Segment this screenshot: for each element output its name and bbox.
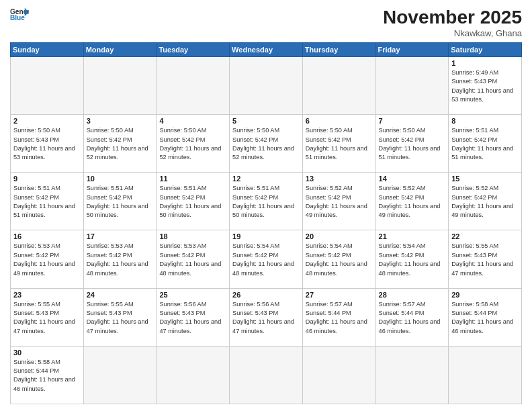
cell-info: Sunrise: 5:54 AM Sunset: 5:42 PM Dayligh…: [306, 242, 373, 277]
calendar-cell: [83, 57, 157, 115]
calendar-cell: [375, 57, 449, 115]
calendar-cell: [11, 57, 84, 115]
cell-info: Sunrise: 5:51 AM Sunset: 5:42 PM Dayligh…: [159, 184, 226, 220]
day-number: 1: [451, 59, 519, 67]
header-row: Sunday Monday Tuesday Wednesday Thursday…: [11, 43, 522, 57]
calendar-header: Sunday Monday Tuesday Wednesday Thursday…: [11, 43, 522, 57]
cell-info: Sunrise: 5:54 AM Sunset: 5:42 PM Dayligh…: [379, 242, 446, 277]
day-number: 12: [232, 175, 300, 183]
day-number: 2: [13, 117, 81, 125]
logo: General Blue: [10, 7, 29, 21]
calendar-cell: 13Sunrise: 5:52 AM Sunset: 5:42 PM Dayli…: [302, 173, 375, 230]
day-number: 4: [159, 117, 226, 125]
calendar-cell: 28Sunrise: 5:57 AM Sunset: 5:44 PM Dayli…: [375, 288, 449, 346]
calendar-cell: 2Sunrise: 5:50 AM Sunset: 5:43 PM Daylig…: [11, 115, 84, 173]
col-friday: Friday: [375, 43, 449, 57]
calendar-cell: 29Sunrise: 5:58 AM Sunset: 5:44 PM Dayli…: [449, 288, 522, 346]
calendar-week-2: 2Sunrise: 5:50 AM Sunset: 5:43 PM Daylig…: [11, 115, 522, 173]
calendar-cell: [230, 346, 303, 404]
calendar-week-3: 9Sunrise: 5:51 AM Sunset: 5:42 PM Daylig…: [11, 173, 522, 230]
day-number: 15: [451, 175, 519, 183]
cell-info: Sunrise: 5:51 AM Sunset: 5:42 PM Dayligh…: [87, 184, 154, 220]
cell-info: Sunrise: 5:53 AM Sunset: 5:42 PM Dayligh…: [87, 242, 154, 277]
calendar-cell: [230, 57, 303, 115]
day-number: 11: [159, 175, 226, 183]
day-number: 28: [379, 291, 446, 299]
calendar-cell: 17Sunrise: 5:53 AM Sunset: 5:42 PM Dayli…: [83, 230, 157, 288]
calendar-cell: 6Sunrise: 5:50 AM Sunset: 5:42 PM Daylig…: [302, 115, 375, 173]
day-number: 7: [379, 117, 446, 125]
calendar-cell: 4Sunrise: 5:50 AM Sunset: 5:42 PM Daylig…: [157, 115, 230, 173]
calendar-cell: 24Sunrise: 5:55 AM Sunset: 5:43 PM Dayli…: [83, 288, 157, 346]
calendar-cell: 20Sunrise: 5:54 AM Sunset: 5:42 PM Dayli…: [302, 230, 375, 288]
day-number: 9: [13, 175, 81, 183]
calendar-cell: 8Sunrise: 5:51 AM Sunset: 5:42 PM Daylig…: [449, 115, 522, 173]
calendar-cell: 22Sunrise: 5:55 AM Sunset: 5:43 PM Dayli…: [449, 230, 522, 288]
cell-info: Sunrise: 5:50 AM Sunset: 5:42 PM Dayligh…: [306, 126, 373, 162]
calendar-cell: 15Sunrise: 5:52 AM Sunset: 5:42 PM Dayli…: [449, 173, 522, 230]
cell-info: Sunrise: 5:50 AM Sunset: 5:42 PM Dayligh…: [379, 126, 446, 162]
day-number: 13: [306, 175, 373, 183]
cell-info: Sunrise: 5:58 AM Sunset: 5:44 PM Dayligh…: [451, 300, 519, 336]
calendar-cell: 9Sunrise: 5:51 AM Sunset: 5:42 PM Daylig…: [11, 173, 84, 230]
calendar-cell: 12Sunrise: 5:51 AM Sunset: 5:42 PM Dayli…: [230, 173, 303, 230]
calendar-cell: [449, 346, 522, 404]
day-number: 26: [232, 291, 300, 299]
day-number: 19: [232, 232, 300, 240]
calendar-cell: 26Sunrise: 5:56 AM Sunset: 5:43 PM Dayli…: [230, 288, 303, 346]
day-number: 6: [306, 117, 373, 125]
calendar-cell: 18Sunrise: 5:53 AM Sunset: 5:42 PM Dayli…: [157, 230, 230, 288]
calendar-week-5: 23Sunrise: 5:55 AM Sunset: 5:43 PM Dayli…: [11, 288, 522, 346]
col-monday: Monday: [83, 43, 157, 57]
cell-info: Sunrise: 5:57 AM Sunset: 5:44 PM Dayligh…: [379, 300, 446, 336]
calendar-cell: 19Sunrise: 5:54 AM Sunset: 5:42 PM Dayli…: [230, 230, 303, 288]
cell-info: Sunrise: 5:51 AM Sunset: 5:42 PM Dayligh…: [451, 126, 519, 162]
cell-info: Sunrise: 5:56 AM Sunset: 5:43 PM Dayligh…: [159, 300, 226, 336]
cell-info: Sunrise: 5:52 AM Sunset: 5:42 PM Dayligh…: [379, 184, 446, 220]
col-saturday: Saturday: [449, 43, 522, 57]
cell-info: Sunrise: 5:51 AM Sunset: 5:42 PM Dayligh…: [13, 184, 81, 220]
calendar-cell: [375, 346, 449, 404]
cell-info: Sunrise: 5:52 AM Sunset: 5:42 PM Dayligh…: [451, 184, 519, 220]
day-number: 17: [87, 232, 154, 240]
day-number: 20: [306, 232, 373, 240]
calendar-cell: [302, 57, 375, 115]
title-block: November 2025 Nkawkaw, Ghana: [383, 7, 522, 38]
cell-info: Sunrise: 5:49 AM Sunset: 5:43 PM Dayligh…: [451, 68, 519, 104]
calendar-table: Sunday Monday Tuesday Wednesday Thursday…: [10, 42, 522, 404]
cell-info: Sunrise: 5:52 AM Sunset: 5:42 PM Dayligh…: [306, 184, 373, 220]
calendar-cell: 23Sunrise: 5:55 AM Sunset: 5:43 PM Dayli…: [11, 288, 84, 346]
day-number: 29: [451, 291, 519, 299]
col-tuesday: Tuesday: [157, 43, 230, 57]
col-wednesday: Wednesday: [230, 43, 303, 57]
day-number: 24: [87, 291, 154, 299]
day-number: 3: [87, 117, 154, 125]
cell-info: Sunrise: 5:55 AM Sunset: 5:43 PM Dayligh…: [87, 300, 154, 336]
day-number: 5: [232, 117, 300, 125]
calendar-week-1: 1Sunrise: 5:49 AM Sunset: 5:43 PM Daylig…: [11, 57, 522, 115]
cell-info: Sunrise: 5:58 AM Sunset: 5:44 PM Dayligh…: [13, 358, 81, 394]
calendar-cell: 21Sunrise: 5:54 AM Sunset: 5:42 PM Dayli…: [375, 230, 449, 288]
cell-info: Sunrise: 5:55 AM Sunset: 5:43 PM Dayligh…: [13, 300, 81, 336]
cell-info: Sunrise: 5:57 AM Sunset: 5:44 PM Dayligh…: [306, 300, 373, 336]
col-sunday: Sunday: [11, 43, 84, 57]
cell-info: Sunrise: 5:50 AM Sunset: 5:42 PM Dayligh…: [159, 126, 226, 162]
calendar-cell: 11Sunrise: 5:51 AM Sunset: 5:42 PM Dayli…: [157, 173, 230, 230]
cell-info: Sunrise: 5:53 AM Sunset: 5:42 PM Dayligh…: [13, 242, 81, 277]
cell-info: Sunrise: 5:55 AM Sunset: 5:43 PM Dayligh…: [451, 242, 519, 277]
calendar-cell: [302, 346, 375, 404]
day-number: 27: [306, 291, 373, 299]
cell-info: Sunrise: 5:50 AM Sunset: 5:42 PM Dayligh…: [87, 126, 154, 162]
day-number: 23: [13, 291, 81, 299]
calendar-cell: 3Sunrise: 5:50 AM Sunset: 5:42 PM Daylig…: [83, 115, 157, 173]
cell-info: Sunrise: 5:56 AM Sunset: 5:43 PM Dayligh…: [232, 300, 300, 336]
calendar-body: 1Sunrise: 5:49 AM Sunset: 5:43 PM Daylig…: [11, 57, 522, 404]
logo-icon: General Blue: [10, 7, 29, 21]
calendar-cell: 5Sunrise: 5:50 AM Sunset: 5:42 PM Daylig…: [230, 115, 303, 173]
cell-info: Sunrise: 5:51 AM Sunset: 5:42 PM Dayligh…: [232, 184, 300, 220]
calendar-week-6: 30Sunrise: 5:58 AM Sunset: 5:44 PM Dayli…: [11, 346, 522, 404]
month-title: November 2025: [383, 7, 522, 28]
calendar-cell: 25Sunrise: 5:56 AM Sunset: 5:43 PM Dayli…: [157, 288, 230, 346]
day-number: 18: [159, 232, 226, 240]
col-thursday: Thursday: [302, 43, 375, 57]
